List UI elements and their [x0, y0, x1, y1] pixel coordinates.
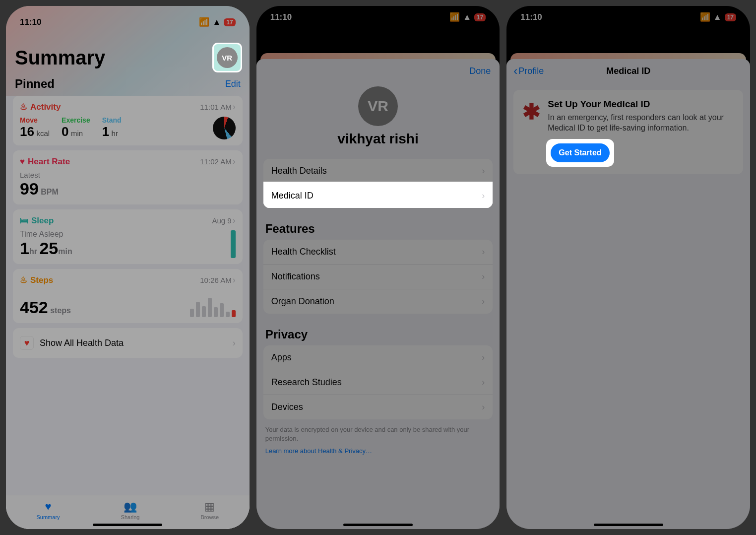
flame-icon: ♨	[20, 102, 27, 112]
sleep-mu: min	[58, 247, 72, 256]
wifi-icon: ▲	[463, 12, 471, 22]
medical-asterisk-icon: ✱	[522, 99, 541, 123]
cellular-icon: 📶	[700, 12, 710, 22]
steps-value: 452	[20, 298, 48, 317]
activity-time: 11:01 AM	[200, 103, 231, 111]
heart-rate-card[interactable]: ♥ Heart Rate 11:02 AM› Latest 99 BPM	[13, 150, 243, 204]
privacy-learn-more-link[interactable]: Learn more about Health & Privacy…	[265, 447, 372, 455]
medical-id-setup-card: ✱ Set Up Your Medical ID In an emergency…	[513, 90, 743, 174]
medical-id-label: Medical ID	[271, 191, 314, 201]
tab-summary-label: Summary	[37, 514, 60, 520]
home-indicator[interactable]	[594, 524, 663, 526]
organ-label: Organ Donation	[271, 296, 334, 307]
privacy-heading: Privacy	[256, 328, 500, 345]
row-organ-donation[interactable]: Organ Donation›	[263, 289, 493, 314]
profile-name: vikhyat rishi	[256, 131, 500, 147]
move-value: 16	[20, 124, 34, 139]
get-started-highlight: Get Started	[548, 140, 612, 165]
flame-icon: ♨	[20, 275, 27, 285]
activity-label: Activity	[30, 102, 61, 112]
status-time: 11:10	[270, 12, 292, 22]
exercise-value: 0	[62, 124, 68, 139]
back-label: Profile	[518, 66, 544, 76]
checklist-label: Health Checklist	[271, 247, 336, 257]
tab-summary[interactable]: ♥Summary	[37, 500, 60, 520]
profile-avatar[interactable]: VR	[217, 47, 238, 68]
show-all-label: Show All Health Data	[40, 338, 227, 348]
status-time: 11:10	[520, 12, 542, 22]
battery-icon: 17	[224, 18, 235, 26]
activity-card[interactable]: ♨ Activity 11:01 AM› Move16 kcal Exercis…	[13, 96, 243, 145]
chevron-right-icon: ›	[482, 247, 485, 257]
health-icon: ♥	[20, 336, 34, 350]
sleep-chart-icon	[231, 230, 236, 258]
steps-unit: steps	[50, 306, 71, 315]
health-details-label: Health Details	[271, 166, 327, 176]
status-bar: 11:10 📶 ▲ 17	[256, 6, 500, 24]
tab-sharing-label: Sharing	[121, 514, 140, 520]
chevron-right-icon: ›	[482, 377, 485, 388]
status-bar: 11:10 📶 ▲ 17	[6, 11, 250, 29]
activity-ring-icon	[213, 117, 236, 139]
sleep-label: Sleep	[31, 216, 54, 226]
nav-title: Medical ID	[606, 66, 650, 76]
show-all-health-data[interactable]: ♥ Show All Health Data ›	[13, 328, 243, 358]
row-medical-id[interactable]: Medical ID›	[263, 184, 493, 208]
done-button[interactable]: Done	[469, 66, 491, 76]
tab-sharing[interactable]: 👥Sharing	[121, 500, 140, 520]
sleep-m: 25	[39, 239, 58, 258]
move-label: Move	[20, 116, 50, 124]
chevron-right-icon: ›	[233, 215, 236, 226]
cellular-icon: 📶	[449, 12, 460, 22]
row-notifications[interactable]: Notifications›	[263, 265, 493, 289]
row-research-studies[interactable]: Research Studies›	[263, 370, 493, 395]
wifi-icon: ▲	[212, 17, 221, 27]
heart-icon: ♥	[20, 157, 25, 167]
heart-time: 11:02 AM	[200, 157, 231, 166]
chevron-right-icon: ›	[233, 156, 236, 167]
exercise-label: Exercise	[62, 116, 90, 124]
profile-avatar-large[interactable]: VR	[358, 86, 398, 126]
pinned-heading: Pinned	[15, 77, 55, 91]
battery-icon: 17	[725, 13, 736, 21]
cellular-icon: 📶	[199, 17, 209, 27]
row-devices[interactable]: Devices›	[263, 395, 493, 419]
profile-avatar-highlight: VR	[214, 44, 241, 71]
chevron-right-icon: ›	[482, 166, 485, 176]
exercise-unit: min	[71, 129, 83, 137]
status-bar: 11:10 📶 ▲ 17	[506, 6, 750, 24]
grid-icon: ▦	[204, 500, 215, 513]
sleep-card[interactable]: 🛏 Sleep Aug 9› Time Asleep 1hr 25min	[13, 209, 243, 264]
stand-label: Stand	[102, 116, 122, 124]
status-time: 11:10	[20, 17, 41, 27]
home-indicator[interactable]	[343, 524, 413, 526]
sleep-hu: hr	[29, 247, 37, 256]
get-started-button[interactable]: Get Started	[551, 143, 609, 162]
privacy-note: Your data is encrypted on your device an…	[256, 423, 500, 445]
research-label: Research Studies	[271, 377, 342, 388]
steps-label: Steps	[30, 275, 53, 285]
heart-value: 99	[20, 179, 39, 198]
home-indicator[interactable]	[93, 524, 162, 526]
row-health-checklist[interactable]: Health Checklist›	[263, 240, 493, 265]
steps-card[interactable]: ♨ Steps 10:26 AM› 452 steps	[13, 269, 243, 323]
screen-medical-id: 11:10 📶 ▲ 17 ‹Profile Medical ID ✱ Set U…	[506, 6, 750, 529]
tab-browse-label: Browse	[200, 514, 219, 520]
screen-summary: 11:10 📶 ▲ 17 Summary VR Pinned Edit ♨ Ac…	[6, 6, 250, 529]
move-unit: kcal	[36, 129, 50, 137]
steps-chart-icon	[190, 289, 236, 317]
edit-button[interactable]: Edit	[225, 79, 241, 89]
row-apps[interactable]: Apps›	[263, 345, 493, 370]
chevron-right-icon: ›	[233, 275, 236, 285]
wifi-icon: ▲	[713, 12, 722, 22]
apps-label: Apps	[271, 352, 292, 363]
tab-browse[interactable]: ▦Browse	[200, 500, 219, 520]
sleep-h: 1	[20, 239, 29, 258]
row-health-details[interactable]: Health Details›	[263, 159, 493, 184]
back-button[interactable]: ‹Profile	[513, 64, 544, 78]
bed-icon: 🛏	[20, 216, 28, 226]
screen-profile-sheet: 11:10 📶 ▲ 17 Done VR vikhyat rishi Healt…	[256, 6, 500, 529]
sleep-time: Aug 9	[212, 216, 231, 225]
chevron-left-icon: ‹	[513, 64, 517, 78]
chevron-right-icon: ›	[482, 296, 485, 307]
